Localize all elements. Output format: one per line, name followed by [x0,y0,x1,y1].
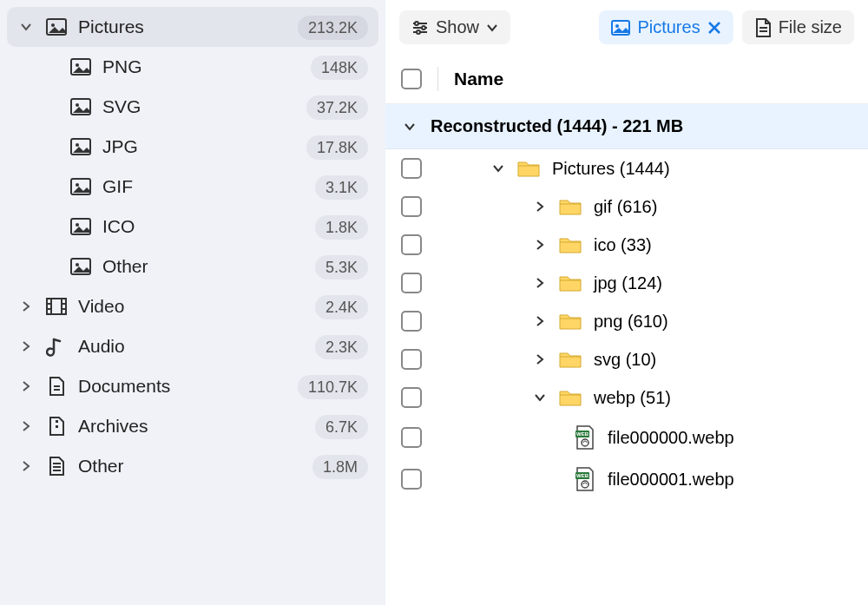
sidebar-item-label: Documents [78,376,170,397]
row-label: ico (33) [594,235,652,255]
sidebar-item-jpg[interactable]: JPG17.8K [7,127,378,167]
picture-icon [45,16,68,38]
chevron-down-icon[interactable] [491,161,505,175]
main-panel: Show Pictures File size Name Reconstruct… [385,0,868,605]
count-badge: 5.3K [315,255,368,279]
sidebar-item-documents[interactable]: Documents110.7K [7,366,378,406]
folder-row[interactable]: gif (616) [385,187,868,226]
filesize-button[interactable]: File size [742,10,854,44]
sidebar-item-png[interactable]: PNG148K [7,47,378,87]
folder-row[interactable]: webp (51) [385,378,868,417]
row-checkbox[interactable] [401,427,422,448]
chevron-down-icon [486,22,498,34]
picture-icon [69,56,92,78]
folder-row[interactable]: png (610) [385,302,868,340]
close-icon[interactable] [707,21,721,35]
sidebar-item-gif[interactable]: GIF3.1K [7,167,378,207]
folder-icon [559,197,582,216]
row-checkbox[interactable] [401,349,422,370]
sidebar: Pictures213.2KPNG148KSVG37.2KJPG17.8KGIF… [0,0,385,605]
sidebar-item-label: Other [102,256,148,277]
count-badge: 1.8K [315,215,368,240]
webp-file-icon [575,467,595,491]
chevron-right-icon[interactable] [17,419,35,433]
column-name[interactable]: Name [454,69,503,89]
picture-icon [611,18,630,37]
chevron-down-icon [403,120,417,134]
chevron-right-icon[interactable] [533,238,547,252]
file-row[interactable]: file000000.webp [385,417,868,458]
row-checkbox[interactable] [401,158,422,179]
count-badge: 3.1K [315,175,368,200]
sidebar-item-video[interactable]: Video2.4K [7,286,378,326]
sidebar-item-archives[interactable]: Archives6.7K [7,406,378,446]
sidebar-item-label: Archives [78,416,148,437]
sidebar-item-ico[interactable]: ICO1.8K [7,207,378,247]
svg-point-22 [415,22,418,25]
sidebar-item-audio[interactable]: Audio2.3K [7,326,378,366]
show-label: Show [436,17,479,37]
folder-row[interactable]: jpg (124) [385,264,868,302]
chevron-right-icon[interactable] [533,352,547,366]
folder-row[interactable]: svg (10) [385,340,868,378]
file-row[interactable]: file000001.webp [385,458,868,500]
chevron-right-icon[interactable] [17,379,35,393]
count-badge: 148K [311,56,368,80]
chevron-right-icon[interactable] [533,276,547,290]
chevron-right-icon[interactable] [17,339,35,353]
sidebar-item-other[interactable]: Other5.3K [7,247,378,286]
filter-pictures-label: Pictures [637,17,700,37]
video-icon [45,295,68,318]
row-label: file000001.webp [608,470,734,490]
row-label: png (610) [594,312,668,332]
row-label: jpg (124) [594,273,662,293]
sidebar-item-other[interactable]: Other1.8M [7,446,378,486]
row-checkbox[interactable] [401,234,422,255]
folder-icon [517,159,540,178]
column-header-row: Name [385,55,868,104]
picture-icon [69,175,92,198]
row-label: svg (10) [594,350,656,370]
row-checkbox[interactable] [401,387,422,408]
select-all-checkbox[interactable] [401,69,422,89]
count-badge: 110.7K [298,375,368,399]
group-header[interactable]: Reconstructed (1444) - 221 MB [385,104,868,149]
picture-icon [69,255,92,278]
count-badge: 2.3K [315,335,368,359]
sidebar-item-label: Pictures [78,16,144,37]
chevron-right-icon[interactable] [533,314,547,328]
row-label: gif (616) [594,197,657,217]
toolbar: Show Pictures File size [385,0,868,55]
folder-icon [559,350,582,369]
sidebar-item-label: JPG [102,136,138,157]
row-checkbox[interactable] [401,311,422,332]
sidebar-item-pictures[interactable]: Pictures213.2K [7,7,378,47]
count-badge: 17.8K [306,135,368,160]
svg-point-23 [422,26,425,30]
other-icon [45,455,68,477]
sliders-icon [411,19,429,36]
row-checkbox[interactable] [401,469,422,490]
document-icon [754,18,772,37]
file-list: Pictures (1444)gif (616)ico (33)jpg (124… [385,149,868,500]
chevron-right-icon[interactable] [533,200,547,214]
picture-icon [69,95,92,118]
svg-point-26 [615,24,619,28]
filesize-label: File size [779,17,842,37]
chevron-down-icon[interactable] [17,20,35,34]
row-checkbox[interactable] [401,196,422,217]
document-icon [45,375,68,398]
folder-row[interactable]: Pictures (1444) [385,149,868,187]
filter-pictures-chip[interactable]: Pictures [599,10,733,44]
group-label: Reconstructed (1444) - 221 MB [431,116,683,136]
folder-row[interactable]: ico (33) [385,226,868,264]
chevron-right-icon[interactable] [17,299,35,313]
sidebar-item-svg[interactable]: SVG37.2K [7,87,378,127]
show-button[interactable]: Show [399,10,510,44]
count-badge: 213.2K [298,16,368,40]
count-badge: 6.7K [315,415,368,439]
row-label: webp (51) [594,388,671,408]
chevron-down-icon[interactable] [533,391,547,404]
row-checkbox[interactable] [401,273,422,293]
chevron-right-icon[interactable] [17,459,35,473]
